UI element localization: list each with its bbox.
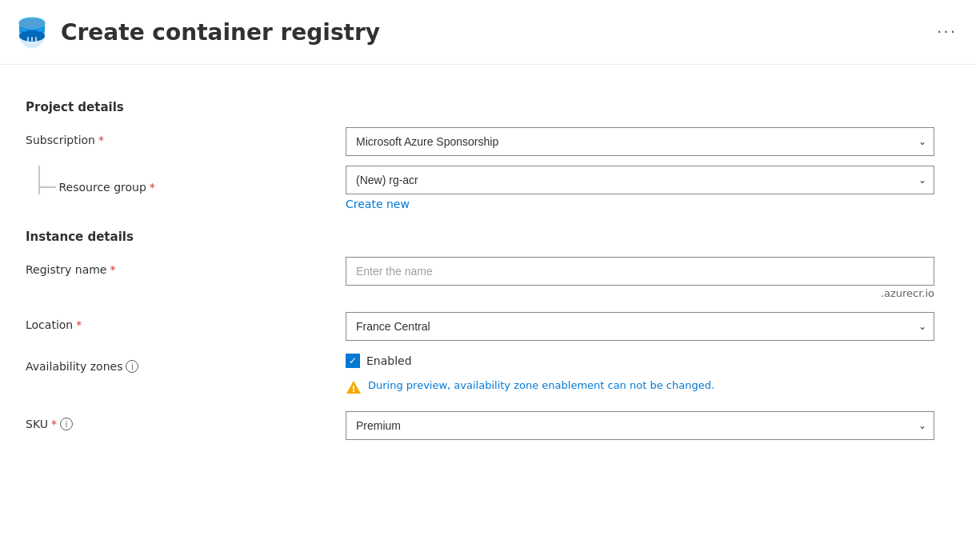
warning-icon: !	[346, 379, 362, 395]
location-label-col: Location *	[26, 312, 346, 331]
subscription-select[interactable]: Microsoft Azure Sponsorship	[346, 127, 934, 156]
sku-group: SKU * i Premium ⌄	[26, 411, 934, 440]
subscription-control-col: Microsoft Azure Sponsorship ⌄	[346, 127, 934, 156]
location-required: *	[76, 318, 82, 331]
registry-name-input[interactable]	[346, 257, 934, 286]
availability-zones-control-col: ✓ Enabled ! During preview, availability…	[346, 354, 934, 398]
tree-h-line-row: Resource group *	[38, 180, 155, 194]
resource-group-control-col: (New) rg-acr ⌄ Create new	[346, 166, 934, 210]
project-details-title: Project details	[26, 100, 934, 114]
resource-group-label-area: Resource group *	[26, 166, 346, 194]
page-header: Create container registry ···	[0, 0, 976, 65]
resource-group-select-wrapper: (New) rg-acr ⌄	[346, 166, 934, 194]
location-select-wrapper: France Central ⌄	[346, 312, 934, 341]
svg-rect-11	[35, 37, 37, 42]
registry-name-required: *	[110, 263, 115, 276]
sku-select-wrapper: Premium ⌄	[346, 411, 934, 440]
availability-zones-enabled-label: Enabled	[366, 354, 412, 367]
subscription-group: Subscription * Microsoft Azure Sponsorsh…	[26, 127, 934, 156]
resource-group-select[interactable]: (New) rg-acr	[346, 166, 934, 194]
resource-group-group: Resource group * (New) rg-acr ⌄ Create n…	[26, 166, 934, 210]
availability-zones-info-icon[interactable]: i	[126, 360, 138, 373]
availability-zones-group: Availability zones i ✓ Enabled !	[26, 354, 934, 398]
checkmark-icon: ✓	[349, 356, 357, 366]
instance-details-section: Instance details Registry name * .azurec…	[26, 230, 934, 440]
subscription-select-wrapper: Microsoft Azure Sponsorship ⌄	[346, 127, 934, 156]
availability-zones-label: Availability zones	[26, 360, 122, 373]
availability-zones-warning: ! During preview, availability zone enab…	[346, 376, 934, 398]
tree-connector: Resource group *	[38, 166, 155, 194]
availability-zones-warning-text: During preview, availability zone enable…	[368, 379, 714, 391]
subscription-label-col: Subscription *	[26, 127, 346, 146]
resource-group-label-wrapper: Resource group *	[56, 181, 155, 194]
sku-control-col: Premium ⌄	[346, 411, 934, 440]
sku-info-icon[interactable]: i	[60, 418, 73, 430]
availability-zones-checkbox[interactable]: ✓	[346, 354, 360, 368]
registry-name-label: Registry name	[26, 263, 106, 276]
sku-required: *	[51, 418, 57, 430]
svg-point-8	[19, 18, 45, 29]
project-details-section: Project details Subscription * Microsoft…	[26, 100, 934, 210]
location-select[interactable]: France Central	[346, 312, 934, 341]
svg-rect-10	[31, 37, 33, 42]
create-new-link[interactable]: Create new	[346, 198, 410, 210]
registry-name-group: Registry name * .azurecr.io	[26, 257, 934, 299]
resource-group-label: Resource group	[59, 181, 146, 194]
registry-name-control-col: .azurecr.io	[346, 257, 934, 299]
location-control-col: France Central ⌄	[346, 312, 934, 341]
subscription-required: *	[98, 134, 104, 146]
svg-rect-9	[27, 37, 29, 42]
page-icon	[13, 13, 51, 51]
availability-zones-checkbox-row: ✓ Enabled	[346, 354, 934, 368]
form-content: Project details Subscription * Microsoft…	[0, 65, 960, 472]
sku-label: SKU	[26, 418, 48, 430]
instance-details-title: Instance details	[26, 230, 934, 244]
location-label: Location	[26, 318, 73, 331]
location-group: Location * France Central ⌄	[26, 312, 934, 341]
sku-label-col: SKU * i	[26, 411, 346, 430]
tree-h-line	[40, 186, 56, 188]
registry-name-label-col: Registry name *	[26, 257, 346, 276]
more-options-button[interactable]: ···	[937, 22, 957, 42]
tree-v-line	[38, 166, 40, 180]
sku-select[interactable]: Premium	[346, 411, 934, 440]
resource-group-required: *	[150, 181, 155, 194]
svg-text:!: !	[351, 384, 355, 394]
availability-zones-label-col: Availability zones i	[26, 354, 346, 373]
subscription-label: Subscription	[26, 134, 95, 146]
registry-name-suffix: .azurecr.io	[346, 287, 934, 299]
page-title: Create container registry	[61, 19, 927, 46]
